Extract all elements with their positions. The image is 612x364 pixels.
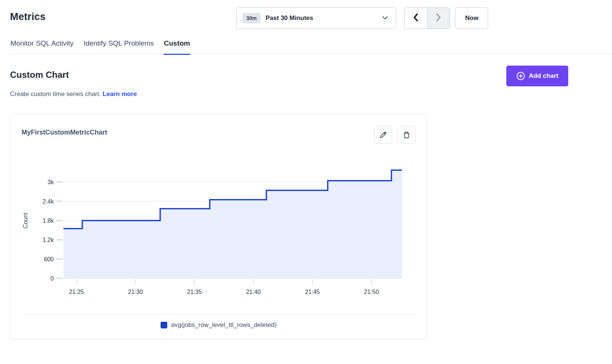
metrics-page: Metrics 30m Past 30 Minutes Now Monitor … [0, 0, 612, 364]
svg-text:2.4k: 2.4k [43, 198, 54, 205]
svg-text:21:50: 21:50 [364, 289, 379, 295]
svg-text:21:40: 21:40 [246, 289, 261, 295]
pencil-icon [379, 131, 387, 139]
svg-text:21:35: 21:35 [187, 289, 202, 295]
add-chart-label: Add chart [529, 72, 558, 80]
legend-divider [22, 314, 416, 314]
time-range-label: Past 30 Minutes [266, 14, 382, 22]
chevron-left-icon [413, 13, 419, 23]
delete-chart-button[interactable] [398, 126, 415, 144]
tab-monitor-sql-activity[interactable]: Monitor SQL Activity [10, 38, 74, 55]
add-chart-button[interactable]: Add chart [506, 66, 568, 86]
tab-identify-sql-problems[interactable]: Identify SQL Problems [83, 38, 154, 55]
svg-text:1.8k: 1.8k [43, 218, 54, 224]
chart-legend: avg(jobs_row_level_ttl_rows_deleted) [10, 321, 427, 329]
section-title: Custom Chart [10, 70, 69, 80]
chart-title: MyFirstCustomMetricChart [22, 129, 107, 136]
section-description-text: Create custom time series chart. [10, 90, 101, 97]
now-button[interactable]: Now [455, 7, 488, 29]
next-time-button[interactable] [427, 8, 450, 29]
section-description: Create custom time series chart. Learn m… [10, 90, 137, 98]
previous-time-button[interactable] [405, 8, 427, 29]
legend-series-label: avg(jobs_row_level_ttl_rows_deleted) [171, 321, 276, 329]
svg-text:21:45: 21:45 [305, 289, 320, 295]
custom-chart-card: MyFirstCustomMetricChart 06001.2k1.8k2.4… [10, 114, 427, 339]
metrics-tabs: Monitor SQL Activity Identify SQL Proble… [10, 38, 612, 54]
trash-icon [402, 131, 411, 139]
timeseries-chart[interactable]: 06001.2k1.8k2.4k3k21:2521:3021:3521:4021… [10, 152, 428, 300]
svg-text:1.2k: 1.2k [43, 237, 54, 243]
learn-more-link[interactable]: Learn more [102, 90, 137, 97]
plus-circle-icon [516, 72, 525, 80]
svg-text:21:30: 21:30 [128, 289, 143, 295]
svg-text:3k: 3k [47, 179, 54, 185]
svg-text:Count: Count [22, 212, 29, 228]
edit-chart-button[interactable] [374, 126, 392, 144]
svg-text:21:25: 21:25 [69, 289, 84, 295]
svg-text:0: 0 [50, 275, 54, 282]
time-step-controls [404, 7, 450, 29]
time-range-badge: 30m [243, 13, 260, 23]
page-title: Metrics [10, 11, 46, 23]
legend-swatch [161, 322, 167, 328]
tab-custom[interactable]: Custom [164, 38, 191, 55]
svg-text:600: 600 [44, 256, 54, 262]
chevron-right-icon [435, 13, 441, 23]
time-range-dropdown[interactable]: 30m Past 30 Minutes [236, 7, 396, 29]
chevron-down-icon [382, 15, 388, 21]
